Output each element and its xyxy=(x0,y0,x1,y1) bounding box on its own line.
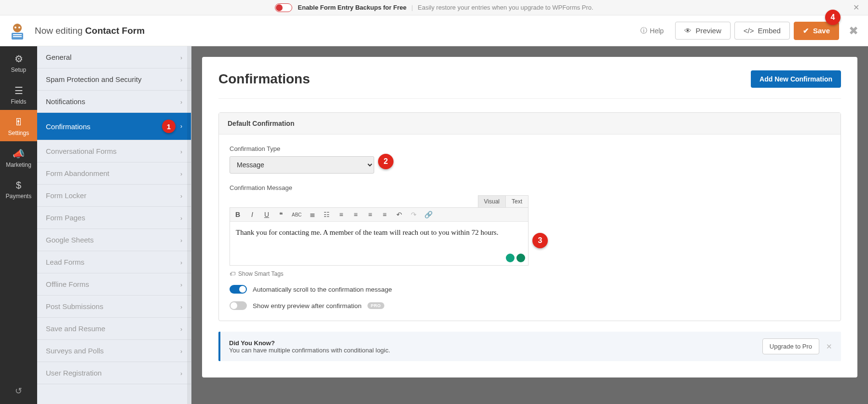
svg-point-1 xyxy=(14,27,16,28)
sidebar-item-user-registration[interactable]: User Registration› xyxy=(37,362,191,384)
rail-marketing[interactable]: 📣Marketing xyxy=(0,141,37,173)
sidebar-item-form-locker[interactable]: Form Locker› xyxy=(37,185,191,207)
preview-button[interactable]: 👁 Preview xyxy=(675,22,730,40)
add-confirmation-button[interactable]: Add New Confirmation xyxy=(751,70,841,88)
sidebar-item-lead-forms[interactable]: Lead Forms› xyxy=(37,251,191,273)
rail-fields[interactable]: ☰Fields xyxy=(0,78,37,110)
sidebar-item-offline-forms[interactable]: Offline Forms› xyxy=(37,273,191,296)
redo-icon[interactable]: ↷ xyxy=(410,211,418,218)
save-label: Save xyxy=(813,27,830,35)
chevron-right-icon: › xyxy=(180,148,182,155)
chevron-right-icon: › xyxy=(180,304,182,310)
confirmation-type-label: Confirmation Type xyxy=(230,145,830,152)
pro-badge: PRO xyxy=(367,302,384,309)
entry-preview-toggle[interactable] xyxy=(230,301,247,310)
sidebar-item-label: Lead Forms xyxy=(46,258,84,266)
tab-visual[interactable]: Visual xyxy=(478,195,506,207)
sliders-icon: 🎚 xyxy=(2,117,35,128)
sidebar-item-post-submissions[interactable]: Post Submissions› xyxy=(37,296,191,318)
tab-text[interactable]: Text xyxy=(505,195,529,207)
align-justify-icon[interactable]: ≡ xyxy=(381,211,389,218)
chevron-right-icon: › xyxy=(180,348,182,355)
sidebar-item-label: User Registration xyxy=(46,369,102,377)
dollar-icon: $ xyxy=(2,180,35,191)
tag-icon: 🏷 xyxy=(230,270,235,277)
chevron-right-icon: › xyxy=(180,99,182,106)
preview-label: Preview xyxy=(695,27,721,35)
sidebar-item-confirmations[interactable]: Confirmations1› xyxy=(37,113,191,140)
sidebar-item-form-pages[interactable]: Form Pages› xyxy=(37,207,191,229)
upgrade-button[interactable]: Upgrade to Pro xyxy=(762,338,819,354)
link-icon[interactable]: 🔗 xyxy=(424,211,433,218)
callout-2: 2 xyxy=(378,154,393,169)
ol-icon[interactable]: ☷ xyxy=(323,211,331,218)
form-name: Contact Form xyxy=(85,26,145,36)
strike-icon[interactable]: ABC xyxy=(292,212,302,217)
list-icon: ☰ xyxy=(2,85,35,96)
banner-toggle[interactable] xyxy=(275,3,292,12)
dyk-close-icon[interactable]: ✕ xyxy=(826,342,832,351)
bullhorn-icon: 📣 xyxy=(2,148,35,160)
dyk-title: Did You Know? xyxy=(229,339,390,347)
sidebar-item-surveys-and-polls[interactable]: Surveys and Polls› xyxy=(37,340,191,362)
callout-1: 1 xyxy=(162,120,176,133)
save-button[interactable]: ✔ Save 4 xyxy=(794,22,839,40)
align-center-icon[interactable]: ≡ xyxy=(352,211,360,218)
help-link[interactable]: ⓘ Help xyxy=(633,27,672,35)
sidebar-item-label: Save and Resume xyxy=(46,324,105,333)
underline-icon[interactable]: U xyxy=(263,211,271,218)
auto-scroll-toggle[interactable] xyxy=(230,285,247,294)
ul-icon[interactable]: ≣ xyxy=(309,211,316,218)
editor-content[interactable]: Thank you for contacting me. A member of… xyxy=(230,222,528,265)
chevron-right-icon: › xyxy=(180,237,182,244)
banner-divider: | xyxy=(411,4,413,11)
undo-icon[interactable]: ↶ xyxy=(395,211,403,218)
sidebar-item-notifications[interactable]: Notifications› xyxy=(37,91,191,113)
rail-fields-label: Fields xyxy=(11,98,26,105)
show-smart-tags-link[interactable]: 🏷 Show Smart Tags xyxy=(230,270,830,277)
align-right-icon[interactable]: ≡ xyxy=(366,211,374,218)
confirmation-block: Default Confirmation Confirmation Type M… xyxy=(218,112,841,321)
align-left-icon[interactable]: ≡ xyxy=(338,211,345,218)
sidebar-item-google-sheets[interactable]: Google Sheets› xyxy=(37,229,191,251)
sidebar-item-spam-protection-and-security[interactable]: Spam Protection and Security› xyxy=(37,68,191,91)
svg-point-0 xyxy=(13,24,22,32)
sidebar-item-label: Form Pages xyxy=(46,214,85,222)
banner-close-icon[interactable]: ✕ xyxy=(853,3,859,12)
settings-sidebar: General›Spam Protection and Security›Not… xyxy=(37,46,191,404)
rail-settings[interactable]: 🎚Settings xyxy=(0,110,37,141)
embed-button[interactable]: </> Embed xyxy=(734,22,790,40)
sidebar-item-general[interactable]: General› xyxy=(37,46,191,68)
rail-setup[interactable]: ⚙Setup xyxy=(0,46,37,78)
sidebar-item-label: Notifications xyxy=(46,97,85,106)
sidebar-item-form-abandonment[interactable]: Form Abandonment› xyxy=(37,162,191,185)
rail-history-icon[interactable]: ↺ xyxy=(0,378,37,404)
italic-icon[interactable]: I xyxy=(248,211,256,218)
auto-scroll-label: Automatically scroll to the confirmation… xyxy=(253,286,392,293)
bold-icon[interactable]: B xyxy=(234,211,242,218)
callout-4: 4 xyxy=(825,10,841,25)
chevron-right-icon: › xyxy=(180,123,182,130)
confirmations-panel: Confirmations Add New Confirmation Defau… xyxy=(202,57,857,377)
quote-icon[interactable]: ❝ xyxy=(277,211,285,218)
sidebar-item-save-and-resume[interactable]: Save and Resume› xyxy=(37,318,191,340)
sidebar-item-label: Google Sheets xyxy=(46,236,94,244)
chevron-right-icon: › xyxy=(180,259,182,266)
chevron-right-icon: › xyxy=(180,171,182,177)
svg-rect-4 xyxy=(13,34,22,35)
rail-payments[interactable]: $Payments xyxy=(0,173,37,204)
embed-label: Embed xyxy=(758,27,781,35)
message-body: Thank you for contacting me. A member of… xyxy=(236,229,498,236)
sidebar-item-conversational-forms[interactable]: Conversational Forms› xyxy=(37,140,191,162)
rail-settings-label: Settings xyxy=(8,130,29,136)
close-builder-icon[interactable]: ✖ xyxy=(849,24,858,38)
sidebar-item-label: Conversational Forms xyxy=(46,147,117,155)
chevron-right-icon: › xyxy=(180,326,182,333)
confirmation-type-select[interactable]: Message xyxy=(230,156,374,174)
confirmation-block-title[interactable]: Default Confirmation xyxy=(219,113,841,135)
check-icon: ✔ xyxy=(803,27,809,35)
editor-toolbar: B I U ❝ ABC ≣ ☷ ≡ ≡ ≡ xyxy=(230,208,528,222)
banner-subtitle: Easily restore your entries when you upg… xyxy=(418,4,593,11)
chevron-right-icon: › xyxy=(180,215,182,222)
editing-prefix: Now editing xyxy=(35,26,82,36)
